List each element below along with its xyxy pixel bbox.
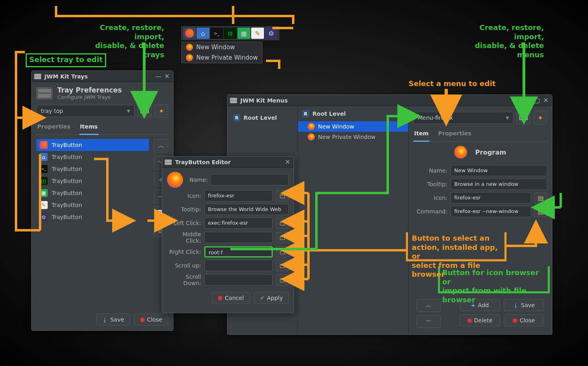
label: TrayButton [52,142,82,148]
list-item[interactable]: TrayButton [36,187,149,199]
close-button[interactable]: ✕ [542,97,550,104]
tray-icon-settings[interactable]: ⚙ [265,28,278,39]
middleclick-field[interactable] [204,232,273,243]
minimize-button[interactable]: — [155,72,162,80]
settings-icon [40,213,48,221]
icon-picker-button[interactable]: ▤ [534,192,547,203]
label: Close [520,317,535,324]
tray-items-list: TrayButton TrayButton TrayButton TrayBut… [36,139,149,237]
root-level-left[interactable]: RRoot Level [230,113,295,123]
apply-icon: ✔ [260,295,265,301]
tabs: Properties Items [36,121,168,135]
pref-header: Tray Preferences Configure JWM Trays [36,86,168,100]
command-label: Command: [413,208,447,215]
terminal-icon [40,165,48,173]
command-picker-button[interactable]: ▤ [534,206,547,217]
scrollup-picker-button[interactable]: 🗀 [276,260,289,271]
list-item[interactable]: TrayButton [36,199,149,211]
list-item[interactable]: TrayButton [36,175,149,187]
rightclick-picker-button[interactable]: 🗀 [276,246,289,257]
pref-subtitle: Configure JWM Trays [57,94,122,100]
annot-create-menus: Create, restore, import,disable, & delet… [460,23,544,59]
tray-icon-calendar[interactable]: ▦ [238,28,250,39]
name-field[interactable]: New Window [451,165,547,176]
tray-selector[interactable]: tray top▼ [36,105,135,117]
label: New Private Window [196,54,258,61]
cancel-button[interactable]: Cancel [212,292,250,304]
keyboard-button[interactable] [517,111,530,125]
window-trays: JWM Kit Trays — ✕ Tray Preferences Confi… [31,70,173,331]
apply-button[interactable]: ✔Apply [254,292,289,304]
close-button[interactable]: ✕ [284,158,291,166]
close-icon [140,318,145,322]
tree-item-new-window[interactable]: New Window [298,121,408,132]
save-button[interactable]: ⭳Save [96,314,130,326]
maximize-button[interactable]: ▢ [534,97,541,104]
tray-icon-firefox[interactable] [183,28,196,39]
rightclick-label: Right Click: [167,249,201,255]
scrollup-field[interactable] [204,260,273,271]
window-title: TrayButton Editor [175,159,282,165]
tray-menu-new-window[interactable]: New Window [182,42,262,52]
notes-icon [40,201,48,209]
name-field[interactable] [210,174,289,185]
close-button[interactable]: ✕ [163,72,171,80]
label: Root Level [244,115,277,121]
program-header: Program [413,146,547,159]
tray-icon-notes[interactable]: ✎ [251,28,264,39]
tray-menu-new-private-window[interactable]: New Private Window [182,52,262,63]
list-item[interactable]: TrayButton [36,139,149,151]
tray-icon-terminal[interactable]: >_ [210,28,223,39]
keyboard-button[interactable] [138,104,151,118]
move-up-button[interactable]: ︿ [154,139,168,153]
middleclick-picker-button[interactable]: 🗀 [276,232,289,243]
tab-properties[interactable]: Properties [437,128,472,141]
scrolldown-picker-button[interactable]: 🗀 [276,274,289,286]
icon-picker-button[interactable]: 🗀 [276,190,289,201]
move-up-button[interactable]: ︿ [417,299,441,312]
firefox-icon [40,141,48,149]
scrolldown-field[interactable] [204,274,273,286]
list-item[interactable]: TrayButton [36,211,149,223]
label: New Window [196,44,235,51]
delete-button[interactable]: Delete [460,314,500,326]
home-icon [40,153,48,161]
name-label: Name: [189,177,207,183]
root-level[interactable]: RRoot Level [298,106,408,121]
tab-properties[interactable]: Properties [36,121,71,135]
minimize-button[interactable]: — [525,97,532,104]
label: Root Level [312,111,346,117]
menu-actions-button[interactable] [534,111,547,125]
label: TrayButton [52,178,82,184]
list-item[interactable]: TrayButton [36,151,149,163]
tray-actions-button[interactable] [155,104,168,118]
tab-item[interactable]: Item [413,128,429,142]
tree-item-new-private-window[interactable]: New Private Window [298,132,408,142]
scrollup-label: Scroll up: [167,262,201,269]
label: Save [110,316,124,323]
command-field[interactable]: firefox-esr --new-window [451,206,531,217]
rightclick-field[interactable]: root:f [204,246,273,257]
move-down-button[interactable]: ﹀ [417,315,441,328]
tooltip-field[interactable]: Browse the World Wide Web [204,204,289,215]
annot-select-menu: Select a menu to edit [409,79,495,88]
tray-icon-home[interactable]: ⌂ [197,28,209,39]
icon-field[interactable]: firefox-esr [204,190,273,201]
close-button[interactable]: Close [134,314,168,326]
leftclick-picker-button[interactable]: 🗀 [276,217,289,229]
close-icon [513,318,517,323]
close-button[interactable]: Close [504,314,544,326]
tooltip-field[interactable]: Browse in a new window [451,179,547,190]
menu-selector[interactable]: Menu-firefox▼ [413,112,513,124]
titlebar: TrayButton Editor ✕ [162,157,294,168]
label: TrayButton [52,214,82,220]
tray-icon-monitor[interactable]: ||| [224,28,237,39]
firefox-icon [308,133,315,141]
list-item[interactable]: TrayButton [36,163,149,175]
icon-label: Icon: [167,193,201,199]
label: TrayButton [52,202,82,208]
icon-field[interactable]: firefox-esr [451,192,531,203]
leftclick-field[interactable]: exec:firefox-esr [204,217,273,229]
tab-items[interactable]: Items [79,121,99,135]
tooltip-label: Tooltip: [413,181,447,187]
